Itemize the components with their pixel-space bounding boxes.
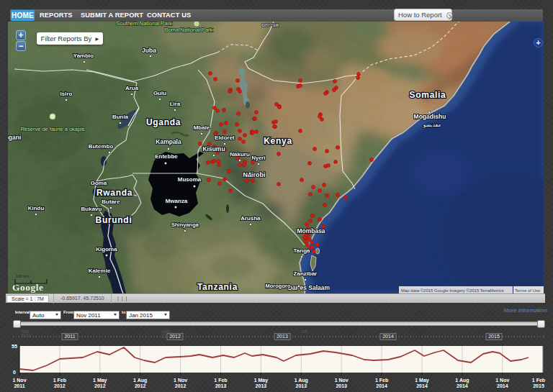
svg-text:2015: 2015 <box>533 383 544 388</box>
svg-text:2012: 2012 <box>94 383 106 388</box>
svg-text:55: 55 <box>12 344 17 349</box>
svg-text:Nakuru: Nakuru <box>230 151 250 158</box>
svg-text:2014: 2014 <box>376 383 387 388</box>
svg-text:1 Feb: 1 Feb <box>214 378 227 383</box>
svg-text:2012: 2012 <box>175 383 186 388</box>
svg-text:Nairobi: Nairobi <box>243 171 265 178</box>
svg-text:Bukavu: Bukavu <box>81 206 102 212</box>
svg-text:2014: 2014 <box>497 383 508 388</box>
svg-text:|: | <box>544 332 545 338</box>
svg-text:Shinyanga: Shinyanga <box>171 222 199 228</box>
svg-text:2012: 2012 <box>135 383 146 388</box>
svg-text:Terms of Use: Terms of Use <box>515 288 541 293</box>
svg-text:Arua: Arua <box>125 85 139 91</box>
svg-text:0: 0 <box>13 370 16 375</box>
svg-text:Kenya: Kenya <box>264 136 292 146</box>
svg-text:Boma National Park: Boma National Park <box>165 27 213 33</box>
svg-text:Butembo: Butembo <box>89 143 114 150</box>
svg-text:1 Aug: 1 Aug <box>133 378 147 383</box>
svg-text:1 Feb: 1 Feb <box>375 378 388 383</box>
svg-text:Kalemie: Kalemie <box>89 268 111 274</box>
svg-text:1 Nov: 1 Nov <box>12 378 26 383</box>
svg-text:Arusha: Arusha <box>240 215 261 222</box>
svg-text:Juba: Juba <box>142 47 156 54</box>
svg-text:2014: 2014 <box>457 383 468 388</box>
svg-text:Yambio: Yambio <box>73 53 94 59</box>
svg-text:Jul: Jul <box>301 330 307 334</box>
svg-text:Réserve de faune à okapis: Réserve de faune à okapis <box>20 126 84 132</box>
svg-text:Dar es Salaam: Dar es Salaam <box>288 284 331 291</box>
svg-text:Somalia: Somalia <box>410 90 446 100</box>
svg-text:2013: 2013 <box>296 383 307 388</box>
svg-text:Map data ©2015 Google Imagery: Map data ©2015 Google Imagery ©2015 Terr… <box>401 288 504 293</box>
svg-text:Tanzania: Tanzania <box>197 282 238 292</box>
svg-text:Isiro: Isiro <box>60 91 73 97</box>
svg-text:1 Nov: 1 Nov <box>174 378 187 383</box>
svg-text:100 km: 100 km <box>16 274 29 278</box>
svg-text:Zanzibar: Zanzibar <box>294 270 318 277</box>
svg-text:אבי יתם: אבי יתם <box>261 22 279 27</box>
svg-text:Butare: Butare <box>102 199 120 205</box>
svg-text:1 May: 1 May <box>254 378 269 383</box>
svg-text:Kigoma: Kigoma <box>96 246 117 252</box>
svg-text:Gulu: Gulu <box>153 90 166 96</box>
svg-text:Rwanda: Rwanda <box>96 188 132 198</box>
svg-text:1 Feb: 1 Feb <box>532 378 545 383</box>
svg-text:Morogoro: Morogoro <box>266 283 291 289</box>
svg-text:1 Nov: 1 Nov <box>495 378 509 383</box>
svg-text:Entebbe: Entebbe <box>155 153 178 160</box>
svg-text:Bunia: Bunia <box>112 114 129 120</box>
svg-text:مقديشو: مقديشو <box>423 122 441 128</box>
svg-text:2014: 2014 <box>416 383 428 388</box>
svg-text:1 Aug: 1 Aug <box>295 378 308 383</box>
svg-text:Kindu: Kindu <box>28 205 45 211</box>
svg-text:Uganda: Uganda <box>146 117 181 127</box>
svg-text:2012: 2012 <box>54 383 66 388</box>
svg-text:Goma: Goma <box>91 180 107 186</box>
svg-text:2013: 2013 <box>215 383 227 388</box>
svg-text:Eldoret: Eldoret <box>215 135 235 141</box>
svg-text:Mogadishu: Mogadishu <box>414 113 446 120</box>
svg-text:Nyeri: Nyeri <box>252 155 266 161</box>
svg-text:1 Nov: 1 Nov <box>335 378 349 383</box>
svg-text:Kampala: Kampala <box>156 138 181 145</box>
svg-text:Musoma: Musoma <box>178 176 202 183</box>
svg-text:Tanga: Tanga <box>294 247 311 254</box>
svg-text:1 May: 1 May <box>415 378 429 383</box>
svg-text:2011: 2011 <box>21 333 31 338</box>
svg-text:2013: 2013 <box>336 383 347 388</box>
svg-text:Kisangani: Kisangani <box>8 134 21 141</box>
svg-text:1 Aug: 1 Aug <box>455 378 469 383</box>
svg-text:2011: 2011 <box>14 383 24 388</box>
svg-text:Lira: Lira <box>170 101 181 107</box>
svg-text:1 Feb: 1 Feb <box>53 378 66 383</box>
svg-text:Mwanza: Mwanza <box>166 198 188 204</box>
svg-text:Burundi: Burundi <box>96 215 132 225</box>
svg-text:2013: 2013 <box>256 383 267 388</box>
svg-text:Southern National Park: Southern National Park <box>116 22 172 27</box>
svg-text:Mbale: Mbale <box>194 124 210 131</box>
svg-text:Mombasa: Mombasa <box>297 227 325 234</box>
svg-text:Kisumu: Kisumu <box>202 145 225 152</box>
svg-text:1 May: 1 May <box>93 378 107 383</box>
